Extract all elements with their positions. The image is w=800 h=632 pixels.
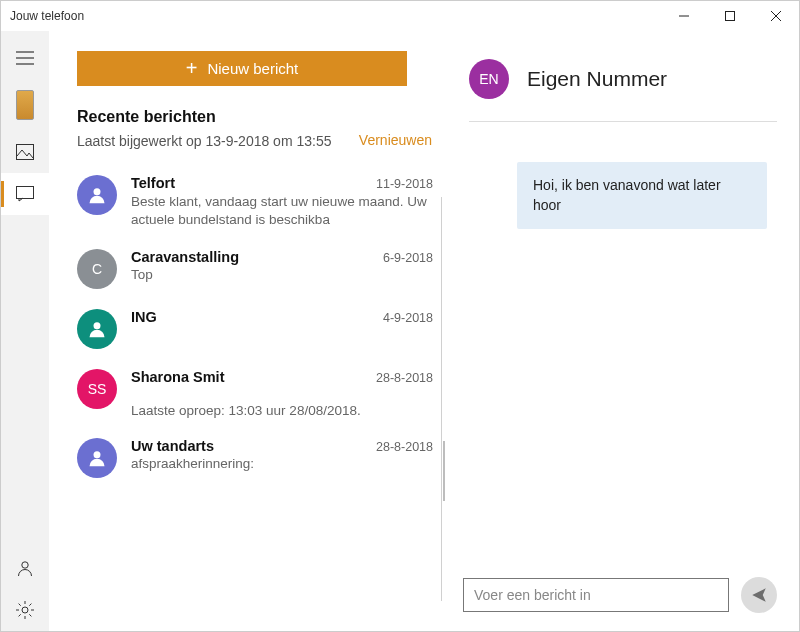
- conversation-avatar: [77, 438, 117, 478]
- svg-rect-7: [17, 145, 34, 160]
- conversation-item[interactable]: CCaravanstalling6-9-2018Top: [77, 239, 437, 299]
- conversation-preview: Top: [131, 267, 421, 282]
- new-message-label: Nieuw bericht: [207, 60, 298, 77]
- conversation-item[interactable]: ING4-9-2018: [77, 299, 437, 359]
- conversation-list: Telfort11-9-2018Beste klant, vandaag sta…: [77, 165, 437, 488]
- chat-avatar: EN: [469, 59, 509, 99]
- conversation-avatar: [77, 309, 117, 349]
- chat-header: EN Eigen Nummer: [469, 59, 777, 99]
- svg-line-18: [19, 614, 21, 616]
- conversation-name: Sharona Smit: [131, 369, 224, 385]
- new-message-button[interactable]: + Nieuw bericht: [77, 51, 407, 86]
- message-bubble: Hoi, ik ben vanavond wat later hoor: [517, 162, 767, 229]
- minimize-button[interactable]: [661, 1, 707, 31]
- gear-icon: [16, 601, 34, 619]
- conversation-avatar: SS: [77, 369, 117, 409]
- refresh-link[interactable]: Vernieuwen: [359, 132, 432, 148]
- phone-device-button[interactable]: [1, 79, 49, 131]
- conversation-preview: Beste klant, vandaag start uw nieuwe maa…: [131, 193, 431, 229]
- conversation-avatar: C: [77, 249, 117, 289]
- chat-title: Eigen Nummer: [527, 67, 667, 91]
- conversation-item[interactable]: SSSharona Smit28-8-2018Laatste oproep: 1…: [77, 359, 437, 428]
- window-controls: [661, 1, 799, 31]
- person-icon: [16, 559, 34, 577]
- account-button[interactable]: [1, 547, 49, 589]
- conversation-preview: afspraakherinnering:: [131, 456, 421, 471]
- conversation-date: 28-8-2018: [376, 440, 433, 454]
- recent-messages-heading: Recente berichten: [77, 108, 441, 126]
- svg-point-20: [94, 322, 101, 329]
- messages-icon: [16, 186, 34, 202]
- conversation-date: 28-8-2018: [376, 371, 433, 385]
- conversation-item[interactable]: Uw tandarts28-8-2018 afspraakherinnering…: [77, 428, 437, 488]
- conversation-avatar: [77, 175, 117, 215]
- last-updated-text: Laatst bijgewerkt op 13-9-2018 om 13:55: [77, 132, 332, 151]
- svg-point-10: [22, 607, 28, 613]
- svg-point-21: [94, 451, 101, 458]
- messages-nav-button[interactable]: [1, 173, 49, 215]
- svg-line-16: [29, 614, 31, 616]
- title-bar: Jouw telefoon: [1, 1, 799, 31]
- chat-divider: [469, 121, 777, 122]
- svg-rect-1: [726, 12, 735, 21]
- sidebar: [1, 31, 49, 631]
- photos-icon: [16, 144, 34, 160]
- svg-point-9: [22, 562, 28, 568]
- send-icon: [750, 586, 768, 604]
- close-button[interactable]: [753, 1, 799, 31]
- plus-icon: +: [186, 57, 198, 80]
- conversation-date: 4-9-2018: [383, 311, 433, 325]
- window-title: Jouw telefoon: [10, 9, 84, 23]
- conversation-item[interactable]: Telfort11-9-2018Beste klant, vandaag sta…: [77, 165, 437, 239]
- svg-rect-8: [17, 187, 34, 199]
- conversation-name: ING: [131, 309, 157, 325]
- hamburger-menu-button[interactable]: [1, 37, 49, 79]
- conversation-preview: Laatste oproep: 13:03 uur 28/08/2018.: [131, 403, 421, 418]
- phone-icon: [16, 90, 34, 120]
- conversation-name: Uw tandarts: [131, 438, 214, 454]
- settings-button[interactable]: [1, 589, 49, 631]
- conversation-date: 6-9-2018: [383, 251, 433, 265]
- compose-input[interactable]: [463, 578, 729, 612]
- svg-line-17: [29, 604, 31, 606]
- conversations-panel: + Nieuw bericht Recente berichten Laatst…: [49, 31, 441, 631]
- svg-point-19: [94, 188, 101, 195]
- svg-line-15: [19, 604, 21, 606]
- compose-bar: [463, 577, 777, 613]
- chat-panel: EN Eigen Nummer Hoi, ik ben vanavond wat…: [441, 31, 799, 631]
- maximize-button[interactable]: [707, 1, 753, 31]
- conversation-date: 11-9-2018: [376, 177, 433, 191]
- photos-nav-button[interactable]: [1, 131, 49, 173]
- conversation-name: Caravanstalling: [131, 249, 239, 265]
- conversation-name: Telfort: [131, 175, 175, 191]
- send-button[interactable]: [741, 577, 777, 613]
